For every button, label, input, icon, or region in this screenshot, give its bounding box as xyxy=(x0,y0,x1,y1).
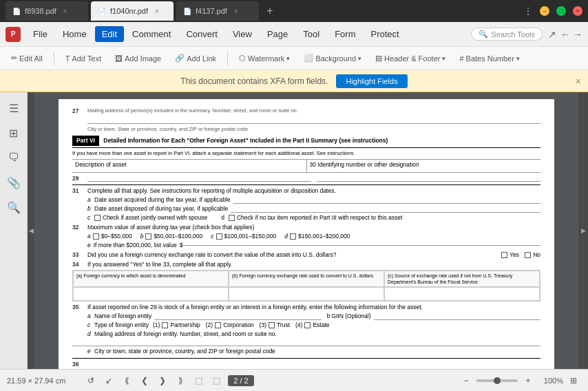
checkbox-35-1-box[interactable] xyxy=(162,322,168,328)
checkbox-35-3[interactable]: (3) Trust xyxy=(260,321,290,329)
checkbox-31c[interactable] xyxy=(94,215,101,221)
sidebar-thumbnail-icon[interactable]: ☰ xyxy=(3,98,24,118)
zoom-in-button[interactable]: + xyxy=(521,373,536,388)
opt-35-1-label: Partnership xyxy=(170,321,200,329)
checkbox-35-1[interactable]: (1) Partnership xyxy=(153,321,200,329)
minimize-button[interactable]: − xyxy=(540,6,549,16)
row-32d-range: $150,001–$200,000 xyxy=(298,233,350,240)
bates-number-button[interactable]: # Bates Number ▾ xyxy=(454,52,525,65)
checkbox-32d[interactable]: d $150,001–$200,000 xyxy=(284,233,350,240)
checkbox-32d-box[interactable] xyxy=(290,233,296,240)
watermark-chevron: ▾ xyxy=(286,55,290,62)
sidebar-attachment-icon[interactable]: 📎 xyxy=(3,172,24,193)
menu-page[interactable]: Page xyxy=(260,26,295,42)
fit-page-icon[interactable]: ⬚ xyxy=(209,373,224,388)
sidebar-bookmark-icon[interactable]: ⊞ xyxy=(3,123,24,143)
row-31c-label: c xyxy=(87,214,94,222)
menu-file[interactable]: File xyxy=(26,26,54,42)
zoom-out-button[interactable]: − xyxy=(459,373,474,388)
tab-close-3[interactable]: × xyxy=(234,8,238,15)
row-32-text: Maximum value of asset during tax year (… xyxy=(87,224,254,231)
row-33-yes-label: Yes xyxy=(510,251,519,259)
background-button[interactable]: ⬜ Background ▾ xyxy=(298,52,367,65)
menu-form[interactable]: Form xyxy=(328,26,362,42)
sidebar-comment-icon[interactable]: 🗨 xyxy=(3,147,24,168)
last-page-button[interactable]: ⟫ xyxy=(173,373,188,388)
checkbox-35-3-box[interactable] xyxy=(269,322,275,328)
fit-button[interactable]: ⊞ xyxy=(566,373,581,388)
tab-f8938[interactable]: 📄 f8938.pdf × xyxy=(6,1,88,21)
menu-comment[interactable]: Comment xyxy=(125,26,178,42)
checkbox-35-2[interactable]: (2) Corporation xyxy=(206,321,254,329)
add-image-button[interactable]: 🖼 Add Image xyxy=(109,52,167,65)
add-tab-button[interactable]: + xyxy=(262,3,278,19)
checkbox-32a[interactable]: a $0–$50,000 xyxy=(87,233,132,240)
row-36-num: 36 xyxy=(72,361,85,368)
checkbox-33-yes[interactable] xyxy=(501,252,507,258)
maximize-button[interactable]: □ xyxy=(556,6,566,16)
app-icon: P xyxy=(6,27,21,42)
opt-35-4-label: Estate xyxy=(313,321,329,329)
row-33-num: 33 xyxy=(72,251,85,259)
checkbox-35-4-box[interactable] xyxy=(304,322,311,328)
sidebar-search-icon[interactable]: 🔍 xyxy=(3,197,24,218)
checkbox-32c-box[interactable] xyxy=(216,233,222,240)
search-tools[interactable]: 🔍 Search Tools xyxy=(471,28,543,41)
checkbox-32b[interactable]: b $50,001–$100,000 xyxy=(140,233,203,240)
row-31b-field xyxy=(231,205,540,213)
right-panel-handle[interactable]: ▶ xyxy=(578,92,588,369)
tab-close-1[interactable]: × xyxy=(63,8,67,15)
checkbox-35-2-box[interactable] xyxy=(215,322,221,328)
menu-convert[interactable]: Convert xyxy=(179,26,224,42)
tab-f1040nr[interactable]: 📄 f1040nr.pdf × xyxy=(91,1,174,21)
checkbox-33-no[interactable] xyxy=(525,252,531,258)
row-29-num: 29 xyxy=(72,175,85,182)
row-35a-field xyxy=(154,313,321,320)
checkbox-32a-box[interactable] xyxy=(93,233,99,240)
header-footer-button[interactable]: ▤ Header & Footer ▾ xyxy=(370,52,451,65)
xfa-close-button[interactable]: × xyxy=(576,76,581,87)
edit-all-icon: ✏ xyxy=(11,54,17,63)
zoom-slider[interactable] xyxy=(476,379,518,382)
add-text-button[interactable]: T Add Text xyxy=(60,52,107,65)
tab-f4137[interactable]: 📄 f4137.pdf × xyxy=(176,1,259,21)
back-icon[interactable]: ← xyxy=(560,29,570,40)
more-options-icon[interactable]: ⋮ xyxy=(523,6,533,17)
left-panel-handle[interactable]: ◀ xyxy=(28,92,34,369)
prev-page-button[interactable]: ❮ xyxy=(137,373,152,388)
add-link-label: Add Link xyxy=(187,54,216,63)
checkbox-32c[interactable]: c $100,001–$150,000 xyxy=(211,233,276,240)
menu-tool[interactable]: Tool xyxy=(296,26,326,42)
row-35b-field xyxy=(374,313,540,320)
row-31a-text: Date asset acquired during the tax year,… xyxy=(94,196,231,204)
edit-all-button[interactable]: ✏ Edit All xyxy=(6,52,48,65)
header-footer-label: Header & Footer xyxy=(384,54,440,63)
checkbox-32b-box[interactable] xyxy=(145,233,151,240)
xfa-notice-bar: This document contains XFA form fields. … xyxy=(0,70,588,92)
close-button[interactable]: × xyxy=(573,6,582,16)
tab-close-2[interactable]: × xyxy=(155,8,159,15)
menu-protect[interactable]: Protect xyxy=(364,26,406,42)
col-a-header: (a) Foreign currency in which asset is d… xyxy=(73,271,229,287)
row-31d-check-text: Check if no tax item reported in Part II… xyxy=(237,214,402,222)
checkbox-35-4[interactable]: (4) Estate xyxy=(295,321,330,329)
menu-home[interactable]: Home xyxy=(56,26,94,42)
menu-view[interactable]: View xyxy=(226,26,259,42)
row-35b-text: GIIN (Optional) xyxy=(331,313,370,320)
add-link-button[interactable]: 🔗 Add Link xyxy=(169,52,222,65)
watermark-button[interactable]: ⬡ Watermark ▾ xyxy=(233,52,295,65)
add-link-icon: 🔗 xyxy=(175,54,185,63)
row-32b-range: $50,001–$100,000 xyxy=(154,233,202,240)
checkbox-31d[interactable] xyxy=(229,215,235,221)
row-27-num: 27 xyxy=(72,107,85,115)
row-num-spacer xyxy=(72,126,87,133)
select-icon[interactable]: ↙ xyxy=(101,373,116,388)
first-page-button[interactable]: ⟪ xyxy=(119,373,134,388)
highlight-fields-button[interactable]: Highlight Fields xyxy=(336,74,407,88)
forward-icon[interactable]: → xyxy=(573,29,582,40)
menu-edit[interactable]: Edit xyxy=(95,26,124,42)
rotate-icon[interactable]: ↺ xyxy=(83,373,98,388)
fit-width-icon[interactable]: ⬚ xyxy=(191,373,206,388)
next-page-button[interactable]: ❯ xyxy=(155,373,170,388)
row-35e-label: e xyxy=(87,348,94,355)
